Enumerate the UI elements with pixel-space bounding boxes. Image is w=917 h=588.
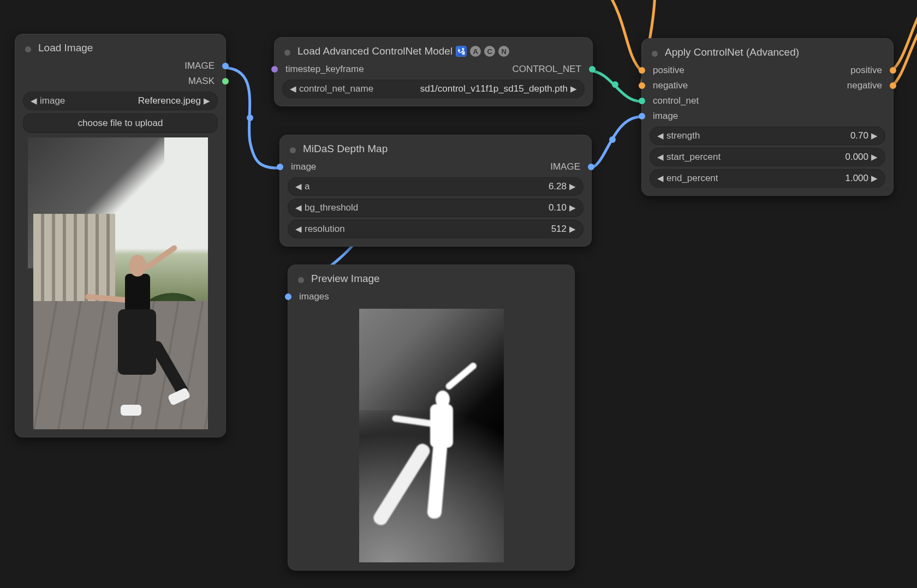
passport-control-icon: 🛂 — [456, 46, 467, 57]
loaded-image-preview[interactable] — [23, 137, 218, 429]
depth-map-preview[interactable] — [296, 309, 567, 562]
upload-button[interactable]: choose file to upload — [23, 113, 218, 133]
port-dot-icon[interactable] — [890, 82, 896, 89]
svg-point-2 — [612, 81, 618, 88]
arrow-right-icon[interactable]: ▶ — [871, 131, 878, 141]
input-port-image[interactable]: image — [642, 109, 893, 124]
widget-value: 6.28 — [549, 181, 569, 192]
widget-label: a — [302, 181, 549, 192]
node-title: Load Image — [38, 42, 93, 54]
arrow-left-icon[interactable]: ◀ — [657, 131, 664, 141]
widget-image-selector[interactable]: ◀ image Reference.jpeg ▶ — [23, 92, 218, 110]
output-port-negative[interactable]: negative — [836, 78, 893, 93]
port-dot-icon[interactable] — [588, 164, 594, 170]
input-port-control-net[interactable]: control_net — [642, 93, 893, 109]
port-dot-icon[interactable] — [639, 67, 645, 74]
node-header[interactable]: MiDaS Depth Map — [280, 135, 591, 159]
arrow-left-icon[interactable]: ◀ — [30, 96, 38, 106]
widget-label: control_net_name — [297, 83, 420, 94]
arrow-left-icon[interactable]: ◀ — [295, 182, 302, 191]
widget-value: 0.000 — [845, 152, 871, 163]
widget-value: 0.70 — [850, 130, 871, 141]
arrow-right-icon[interactable]: ▶ — [203, 96, 211, 106]
node-title: MiDaS Depth Map — [303, 143, 388, 155]
node-load-image[interactable]: Load Image IMAGE MASK ◀ image Reference.… — [15, 34, 226, 437]
arrow-right-icon[interactable]: ▶ — [871, 152, 878, 162]
output-port-control-net[interactable]: CONTROL_NET — [501, 62, 592, 77]
input-port-positive[interactable]: positive — [642, 63, 695, 78]
widget-label: start_percent — [664, 152, 845, 163]
collapse-dot-icon[interactable] — [284, 50, 290, 56]
svg-point-1 — [609, 136, 616, 143]
port-dot-icon[interactable] — [222, 63, 229, 69]
node-load-acn[interactable]: Load Advanced ControlNet Model 🛂 A C N t… — [274, 37, 593, 106]
output-port-mask[interactable]: MASK — [15, 74, 225, 89]
output-port-image[interactable]: IMAGE — [539, 159, 591, 175]
arrow-right-icon[interactable]: ▶ — [570, 84, 577, 94]
arrow-right-icon[interactable]: ▶ — [569, 203, 576, 213]
arrow-left-icon[interactable]: ◀ — [295, 224, 302, 234]
collapse-dot-icon[interactable] — [290, 147, 296, 153]
node-apply-controlnet[interactable]: Apply ControlNet (Advanced) positive pos… — [641, 38, 894, 196]
collapse-dot-icon[interactable] — [298, 277, 304, 283]
widget-a[interactable]: ◀ a 6.28 ▶ — [288, 177, 583, 196]
letter-n-icon: N — [498, 46, 509, 57]
node-header[interactable]: Preview Image — [288, 265, 574, 289]
collapse-dot-icon[interactable] — [652, 51, 658, 57]
depth-map-image — [359, 309, 504, 562]
node-midas-depth-map[interactable]: MiDaS Depth Map image IMAGE ◀ a 6.28 ▶ ◀… — [279, 135, 592, 247]
letter-c-icon: C — [484, 46, 495, 57]
widget-value: 1.000 — [845, 173, 871, 184]
widget-value: Reference.jpeg — [138, 95, 203, 106]
arrow-right-icon[interactable]: ▶ — [871, 173, 878, 183]
port-dot-icon[interactable] — [222, 78, 229, 85]
arrow-left-icon[interactable]: ◀ — [657, 173, 664, 183]
node-header[interactable]: Load Image — [15, 34, 225, 58]
node-title: Preview Image — [311, 273, 380, 285]
arrow-right-icon[interactable]: ▶ — [569, 182, 576, 191]
widget-value: 512 — [551, 224, 569, 235]
node-title: Load Advanced ControlNet Model 🛂 A C N — [297, 45, 509, 57]
port-dot-icon[interactable] — [639, 98, 645, 104]
port-dot-icon[interactable] — [890, 67, 896, 74]
port-dot-icon[interactable] — [639, 82, 645, 89]
port-dot-icon[interactable] — [285, 293, 291, 300]
reference-image — [33, 137, 208, 429]
widget-label: resolution — [302, 224, 551, 235]
collapse-dot-icon[interactable] — [25, 46, 31, 52]
arrow-right-icon[interactable]: ▶ — [569, 224, 576, 234]
widget-end-percent[interactable]: ◀ end_percent 1.000 ▶ — [650, 169, 885, 188]
input-port-images[interactable]: images — [288, 289, 574, 304]
widget-label: end_percent — [664, 173, 845, 184]
node-header[interactable]: Load Advanced ControlNet Model 🛂 A C N — [275, 38, 592, 62]
input-port-negative[interactable]: negative — [642, 78, 699, 93]
widget-strength[interactable]: ◀ strength 0.70 ▶ — [650, 127, 885, 145]
port-dot-icon[interactable] — [271, 66, 278, 73]
widget-label: bg_threshold — [302, 202, 549, 213]
input-port-timestep-keyframe[interactable]: timestep_keyframe — [275, 62, 375, 77]
input-port-image[interactable]: image — [280, 159, 327, 175]
widget-start-percent[interactable]: ◀ start_percent 0.000 ▶ — [650, 148, 885, 166]
output-port-positive[interactable]: positive — [839, 63, 893, 78]
widget-control-net-name[interactable]: ◀ control_net_name sd1/control_v11f1p_sd… — [282, 80, 585, 98]
port-dot-icon[interactable] — [277, 164, 283, 170]
node-preview-image[interactable]: Preview Image images — [288, 265, 575, 571]
arrow-left-icon[interactable]: ◀ — [295, 203, 302, 213]
output-port-image[interactable]: IMAGE — [15, 58, 225, 74]
letter-a-icon: A — [470, 46, 481, 57]
node-header[interactable]: Apply ControlNet (Advanced) — [642, 39, 893, 63]
port-dot-icon[interactable] — [639, 113, 645, 119]
node-title: Apply ControlNet (Advanced) — [665, 46, 799, 58]
svg-point-0 — [247, 115, 253, 121]
widget-resolution[interactable]: ◀ resolution 512 ▶ — [288, 220, 583, 238]
widget-value: sd1/control_v11f1p_sd15_depth.pth — [420, 83, 570, 94]
widget-bg-threshold[interactable]: ◀ bg_threshold 0.10 ▶ — [288, 199, 583, 217]
widget-label: image — [38, 95, 138, 106]
port-dot-icon[interactable] — [589, 66, 596, 73]
arrow-left-icon[interactable]: ◀ — [657, 152, 664, 162]
widget-value: 0.10 — [549, 202, 569, 213]
node-graph-canvas[interactable]: Load Image IMAGE MASK ◀ image Reference.… — [0, 0, 917, 588]
arrow-left-icon[interactable]: ◀ — [289, 84, 297, 94]
widget-label: strength — [664, 130, 850, 141]
